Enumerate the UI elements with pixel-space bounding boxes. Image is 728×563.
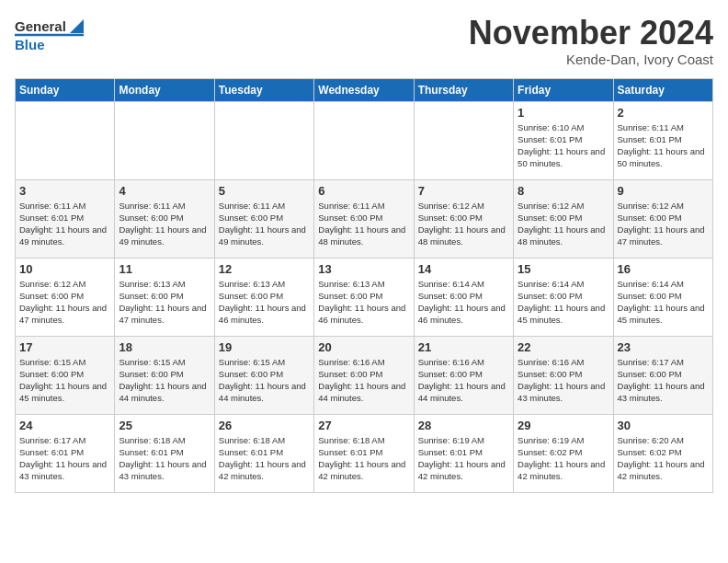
calendar-cell: 14Sunrise: 6:14 AM Sunset: 6:00 PM Dayli…: [414, 258, 513, 336]
day-number: 6: [318, 184, 409, 198]
day-number: 20: [318, 340, 409, 354]
day-info: Sunrise: 6:15 AM Sunset: 6:00 PM Dayligh…: [219, 356, 310, 405]
day-number: 23: [618, 340, 709, 354]
day-info: Sunrise: 6:11 AM Sunset: 6:00 PM Dayligh…: [119, 200, 210, 248]
day-number: 16: [618, 262, 709, 276]
calendar-cell: 25Sunrise: 6:18 AM Sunset: 6:01 PM Dayli…: [115, 414, 214, 492]
day-info: Sunrise: 6:16 AM Sunset: 6:00 PM Dayligh…: [318, 356, 409, 405]
weekday-header-wednesday: Wednesday: [314, 78, 414, 101]
day-info: Sunrise: 6:18 AM Sunset: 6:01 PM Dayligh…: [119, 434, 210, 483]
day-info: Sunrise: 6:17 AM Sunset: 6:01 PM Dayligh…: [19, 434, 110, 483]
calendar-cell: [314, 101, 414, 179]
day-number: 11: [119, 262, 210, 276]
calendar-cell: 22Sunrise: 6:16 AM Sunset: 6:00 PM Dayli…: [514, 336, 613, 414]
day-info: Sunrise: 6:16 AM Sunset: 6:00 PM Dayligh…: [418, 356, 509, 405]
day-number: 28: [418, 419, 509, 432]
day-info: Sunrise: 6:14 AM Sunset: 6:00 PM Dayligh…: [518, 278, 609, 327]
day-info: Sunrise: 6:15 AM Sunset: 6:00 PM Dayligh…: [119, 356, 210, 405]
calendar-cell: 28Sunrise: 6:19 AM Sunset: 6:01 PM Dayli…: [414, 414, 513, 492]
day-number: 15: [518, 262, 609, 276]
day-number: 1: [518, 106, 609, 120]
day-info: Sunrise: 6:11 AM Sunset: 6:01 PM Dayligh…: [19, 200, 110, 248]
day-number: 17: [19, 340, 110, 354]
calendar-cell: 6Sunrise: 6:11 AM Sunset: 6:00 PM Daylig…: [314, 179, 414, 258]
day-info: Sunrise: 6:19 AM Sunset: 6:01 PM Dayligh…: [418, 434, 509, 483]
day-info: Sunrise: 6:12 AM Sunset: 6:00 PM Dayligh…: [418, 200, 509, 248]
weekday-header-saturday: Saturday: [613, 78, 712, 101]
calendar-cell: 1Sunrise: 6:10 AM Sunset: 6:01 PM Daylig…: [514, 101, 613, 179]
day-number: 3: [19, 184, 110, 198]
month-title: November 2024: [469, 15, 713, 52]
day-number: 21: [418, 340, 509, 354]
calendar-cell: 13Sunrise: 6:13 AM Sunset: 6:00 PM Dayli…: [314, 258, 414, 336]
weekday-header-thursday: Thursday: [414, 78, 513, 101]
calendar-cell: [414, 101, 513, 179]
calendar-week-row: 10Sunrise: 6:12 AM Sunset: 6:00 PM Dayli…: [16, 258, 713, 336]
day-info: Sunrise: 6:17 AM Sunset: 6:00 PM Dayligh…: [618, 356, 709, 405]
svg-text:Blue: Blue: [15, 37, 45, 52]
page-header: General Blue November 2024 Kende-Dan, Iv…: [15, 15, 713, 67]
calendar-cell: 10Sunrise: 6:12 AM Sunset: 6:00 PM Dayli…: [16, 258, 115, 336]
weekday-header-monday: Monday: [115, 78, 214, 101]
calendar-cell: [16, 101, 115, 179]
day-info: Sunrise: 6:12 AM Sunset: 6:00 PM Dayligh…: [518, 200, 609, 248]
title-block: November 2024 Kende-Dan, Ivory Coast: [469, 15, 713, 67]
day-info: Sunrise: 6:10 AM Sunset: 6:01 PM Dayligh…: [518, 121, 609, 170]
calendar-cell: 2Sunrise: 6:11 AM Sunset: 6:01 PM Daylig…: [613, 101, 712, 179]
calendar-cell: 12Sunrise: 6:13 AM Sunset: 6:00 PM Dayli…: [214, 258, 313, 336]
day-number: 7: [418, 184, 509, 198]
day-number: 8: [518, 184, 609, 198]
day-number: 29: [518, 419, 609, 432]
calendar-week-row: 24Sunrise: 6:17 AM Sunset: 6:01 PM Dayli…: [16, 414, 713, 492]
calendar-cell: 8Sunrise: 6:12 AM Sunset: 6:00 PM Daylig…: [514, 179, 613, 258]
day-number: 24: [19, 419, 110, 432]
day-info: Sunrise: 6:12 AM Sunset: 6:00 PM Dayligh…: [618, 200, 709, 248]
calendar-cell: 21Sunrise: 6:16 AM Sunset: 6:00 PM Dayli…: [414, 336, 513, 414]
day-info: Sunrise: 6:19 AM Sunset: 6:02 PM Dayligh…: [518, 434, 609, 483]
weekday-header-friday: Friday: [514, 78, 613, 101]
day-number: 13: [318, 262, 409, 276]
svg-marker-1: [70, 19, 84, 33]
calendar-cell: 18Sunrise: 6:15 AM Sunset: 6:00 PM Dayli…: [115, 336, 214, 414]
weekday-header-tuesday: Tuesday: [214, 78, 313, 101]
calendar-cell: [214, 101, 313, 179]
calendar-cell: 26Sunrise: 6:18 AM Sunset: 6:01 PM Dayli…: [214, 414, 313, 492]
logo-svg: General Blue: [15, 15, 88, 56]
day-info: Sunrise: 6:13 AM Sunset: 6:00 PM Dayligh…: [318, 278, 409, 327]
calendar-cell: 19Sunrise: 6:15 AM Sunset: 6:00 PM Dayli…: [214, 336, 313, 414]
day-number: 26: [219, 419, 310, 432]
day-info: Sunrise: 6:18 AM Sunset: 6:01 PM Dayligh…: [219, 434, 310, 483]
day-info: Sunrise: 6:11 AM Sunset: 6:00 PM Dayligh…: [318, 200, 409, 248]
day-info: Sunrise: 6:13 AM Sunset: 6:00 PM Dayligh…: [219, 278, 310, 327]
day-info: Sunrise: 6:16 AM Sunset: 6:00 PM Dayligh…: [518, 356, 609, 405]
weekday-header-sunday: Sunday: [16, 78, 115, 101]
day-number: 9: [618, 184, 709, 198]
day-number: 5: [219, 184, 310, 198]
weekday-header-row: SundayMondayTuesdayWednesdayThursdayFrid…: [16, 78, 713, 101]
day-info: Sunrise: 6:12 AM Sunset: 6:00 PM Dayligh…: [19, 278, 110, 327]
calendar-cell: 4Sunrise: 6:11 AM Sunset: 6:00 PM Daylig…: [115, 179, 214, 258]
calendar-cell: 5Sunrise: 6:11 AM Sunset: 6:00 PM Daylig…: [214, 179, 313, 258]
calendar-cell: 7Sunrise: 6:12 AM Sunset: 6:00 PM Daylig…: [414, 179, 513, 258]
day-number: 2: [618, 106, 709, 120]
calendar-cell: 9Sunrise: 6:12 AM Sunset: 6:00 PM Daylig…: [613, 179, 712, 258]
day-number: 25: [119, 419, 210, 432]
calendar-cell: 27Sunrise: 6:18 AM Sunset: 6:01 PM Dayli…: [314, 414, 414, 492]
day-info: Sunrise: 6:13 AM Sunset: 6:00 PM Dayligh…: [119, 278, 210, 327]
day-number: 4: [119, 184, 210, 198]
calendar-cell: 15Sunrise: 6:14 AM Sunset: 6:00 PM Dayli…: [514, 258, 613, 336]
location: Kende-Dan, Ivory Coast: [469, 52, 713, 67]
calendar-cell: 16Sunrise: 6:14 AM Sunset: 6:00 PM Dayli…: [613, 258, 712, 336]
day-number: 19: [219, 340, 310, 354]
svg-text:General: General: [15, 18, 66, 34]
calendar-cell: 30Sunrise: 6:20 AM Sunset: 6:02 PM Dayli…: [613, 414, 712, 492]
day-number: 12: [219, 262, 310, 276]
calendar-cell: 20Sunrise: 6:16 AM Sunset: 6:00 PM Dayli…: [314, 336, 414, 414]
day-number: 27: [318, 419, 409, 432]
day-info: Sunrise: 6:18 AM Sunset: 6:01 PM Dayligh…: [318, 434, 409, 483]
calendar-cell: 24Sunrise: 6:17 AM Sunset: 6:01 PM Dayli…: [16, 414, 115, 492]
day-info: Sunrise: 6:15 AM Sunset: 6:00 PM Dayligh…: [19, 356, 110, 405]
calendar-table: SundayMondayTuesdayWednesdayThursdayFrid…: [15, 78, 713, 493]
day-info: Sunrise: 6:14 AM Sunset: 6:00 PM Dayligh…: [618, 278, 709, 327]
day-info: Sunrise: 6:14 AM Sunset: 6:00 PM Dayligh…: [418, 278, 509, 327]
